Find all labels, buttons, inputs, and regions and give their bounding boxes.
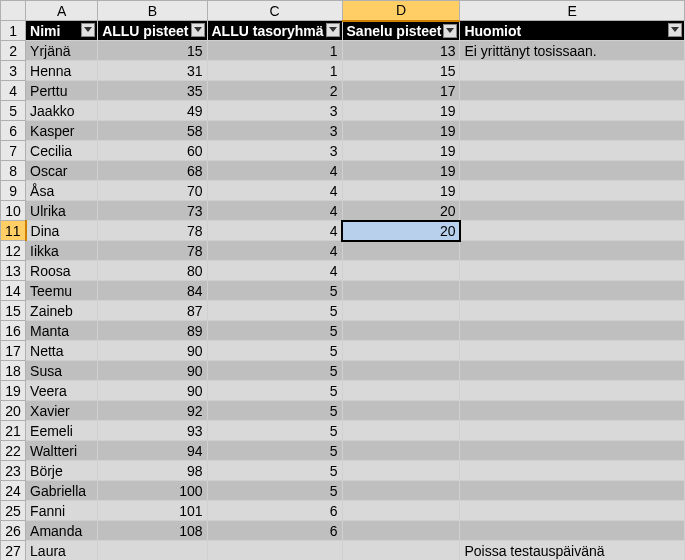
cell-C7[interactable]: 3 [207, 141, 342, 161]
row-header-15[interactable]: 15 [1, 301, 26, 321]
cell-A22[interactable]: Waltteri [26, 441, 98, 461]
cell-E20[interactable] [460, 401, 685, 421]
cell-A3[interactable]: Henna [26, 61, 98, 81]
cell-D7[interactable]: 19 [342, 141, 460, 161]
row-header-3[interactable]: 3 [1, 61, 26, 81]
column-header-D[interactable]: D [342, 1, 460, 21]
cell-B12[interactable]: 78 [98, 241, 207, 261]
cell-C2[interactable]: 1 [207, 41, 342, 61]
cell-B15[interactable]: 87 [98, 301, 207, 321]
row-header-7[interactable]: 7 [1, 141, 26, 161]
cell-D27[interactable] [342, 541, 460, 561]
cell-A24[interactable]: Gabriella [26, 481, 98, 501]
cell-B6[interactable]: 58 [98, 121, 207, 141]
cell-A19[interactable]: Veera [26, 381, 98, 401]
cell-B8[interactable]: 68 [98, 161, 207, 181]
cell-D14[interactable] [342, 281, 460, 301]
cell-D19[interactable] [342, 381, 460, 401]
cell-D17[interactable] [342, 341, 460, 361]
cell-C8[interactable]: 4 [207, 161, 342, 181]
cell-A27[interactable]: Laura [26, 541, 98, 561]
cell-E16[interactable] [460, 321, 685, 341]
cell-C14[interactable]: 5 [207, 281, 342, 301]
cell-B22[interactable]: 94 [98, 441, 207, 461]
cell-D2[interactable]: 13 [342, 41, 460, 61]
cell-C20[interactable]: 5 [207, 401, 342, 421]
cell-A14[interactable]: Teemu [26, 281, 98, 301]
cell-A18[interactable]: Susa [26, 361, 98, 381]
cell-C16[interactable]: 5 [207, 321, 342, 341]
cell-C5[interactable]: 3 [207, 101, 342, 121]
cell-E18[interactable] [460, 361, 685, 381]
cell-E15[interactable] [460, 301, 685, 321]
table-header-A[interactable]: Nimi [26, 21, 98, 41]
cell-B17[interactable]: 90 [98, 341, 207, 361]
row-header-25[interactable]: 25 [1, 501, 26, 521]
cell-A20[interactable]: Xavier [26, 401, 98, 421]
cell-B13[interactable]: 80 [98, 261, 207, 281]
cell-C17[interactable]: 5 [207, 341, 342, 361]
row-header-22[interactable]: 22 [1, 441, 26, 461]
cell-B20[interactable]: 92 [98, 401, 207, 421]
row-header-17[interactable]: 17 [1, 341, 26, 361]
cell-E7[interactable] [460, 141, 685, 161]
cell-A25[interactable]: Fanni [26, 501, 98, 521]
cell-A7[interactable]: Cecilia [26, 141, 98, 161]
row-header-16[interactable]: 16 [1, 321, 26, 341]
cell-C6[interactable]: 3 [207, 121, 342, 141]
cell-D8[interactable]: 19 [342, 161, 460, 181]
cell-E19[interactable] [460, 381, 685, 401]
cell-A15[interactable]: Zaineb [26, 301, 98, 321]
cell-B24[interactable]: 100 [98, 481, 207, 501]
cell-B21[interactable]: 93 [98, 421, 207, 441]
cell-C12[interactable]: 4 [207, 241, 342, 261]
cell-C25[interactable]: 6 [207, 501, 342, 521]
cell-E6[interactable] [460, 121, 685, 141]
row-header-11[interactable]: 11 [1, 221, 26, 241]
column-header-C[interactable]: C [207, 1, 342, 21]
column-header-A[interactable]: A [26, 1, 98, 21]
cell-A11[interactable]: Dina [26, 221, 98, 241]
cell-C18[interactable]: 5 [207, 361, 342, 381]
cell-D20[interactable] [342, 401, 460, 421]
cell-D4[interactable]: 17 [342, 81, 460, 101]
cell-D3[interactable]: 15 [342, 61, 460, 81]
cell-E9[interactable] [460, 181, 685, 201]
cell-C4[interactable]: 2 [207, 81, 342, 101]
cell-B11[interactable]: 78 [98, 221, 207, 241]
row-header-18[interactable]: 18 [1, 361, 26, 381]
cell-A17[interactable]: Netta [26, 341, 98, 361]
row-header-8[interactable]: 8 [1, 161, 26, 181]
cell-B7[interactable]: 60 [98, 141, 207, 161]
row-header-5[interactable]: 5 [1, 101, 26, 121]
column-header-E[interactable]: E [460, 1, 685, 21]
table-header-C[interactable]: ALLU tasoryhmä [207, 21, 342, 41]
cell-C13[interactable]: 4 [207, 261, 342, 281]
cell-E12[interactable] [460, 241, 685, 261]
row-header-27[interactable]: 27 [1, 541, 26, 561]
cell-C15[interactable]: 5 [207, 301, 342, 321]
cell-D9[interactable]: 19 [342, 181, 460, 201]
row-header-9[interactable]: 9 [1, 181, 26, 201]
cell-B18[interactable]: 90 [98, 361, 207, 381]
cell-E3[interactable] [460, 61, 685, 81]
cell-C23[interactable]: 5 [207, 461, 342, 481]
spreadsheet-grid[interactable]: ABCDE1NimiALLU pisteetALLU tasoryhmäSane… [0, 0, 685, 560]
filter-dropdown-icon[interactable] [191, 23, 205, 37]
cell-A26[interactable]: Amanda [26, 521, 98, 541]
table-header-E[interactable]: Huomiot [460, 21, 685, 41]
cell-E24[interactable] [460, 481, 685, 501]
cell-C3[interactable]: 1 [207, 61, 342, 81]
cell-B16[interactable]: 89 [98, 321, 207, 341]
cell-A12[interactable]: Iikka [26, 241, 98, 261]
cell-E4[interactable] [460, 81, 685, 101]
cell-D11[interactable]: 20 [342, 221, 460, 241]
cell-D5[interactable]: 19 [342, 101, 460, 121]
row-header-14[interactable]: 14 [1, 281, 26, 301]
cell-E5[interactable] [460, 101, 685, 121]
cell-A13[interactable]: Roosa [26, 261, 98, 281]
cell-A16[interactable]: Manta [26, 321, 98, 341]
row-header-12[interactable]: 12 [1, 241, 26, 261]
row-header-26[interactable]: 26 [1, 521, 26, 541]
cell-B9[interactable]: 70 [98, 181, 207, 201]
